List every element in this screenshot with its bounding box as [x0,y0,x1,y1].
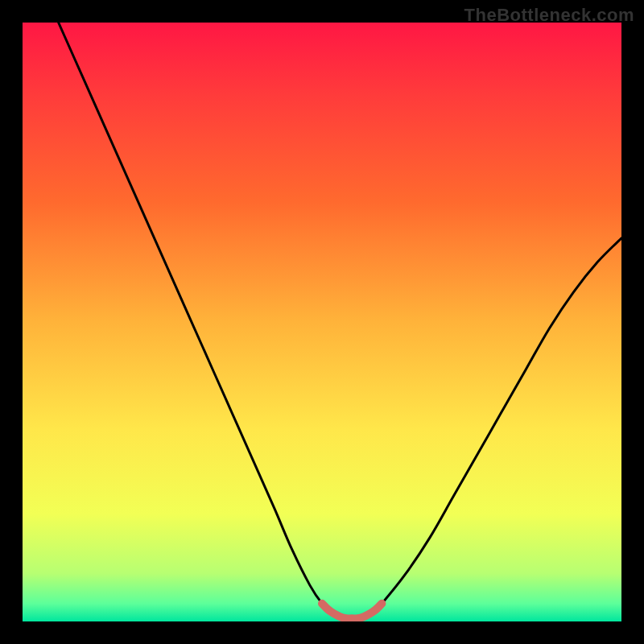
chart-container: TheBottleneck.com [0,0,644,644]
plot-area [23,23,621,621]
watermark-label: TheBottleneck.com [464,5,634,26]
bottleneck-chart [23,23,621,621]
gradient-background [23,23,621,621]
